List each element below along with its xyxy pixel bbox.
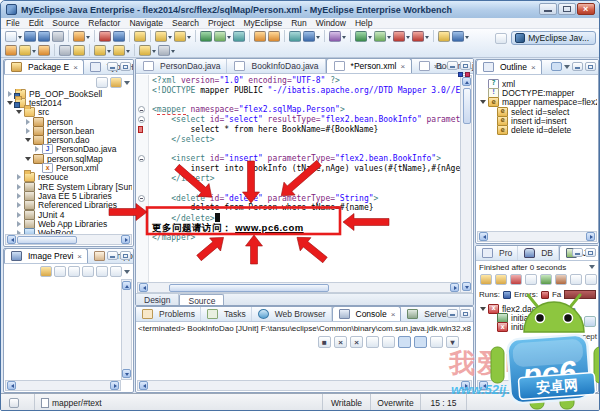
expand-arrow-icon[interactable] — [15, 173, 23, 181]
tree-item[interactable]: ?xml — [478, 79, 597, 88]
mail-send-icon[interactable] — [267, 31, 281, 42]
tree-item[interactable]: !DOCTYPE:mapper — [478, 88, 597, 97]
tab-source[interactable]: Source — [179, 294, 224, 306]
db-explorer-icon[interactable] — [302, 31, 321, 42]
mail-icon[interactable] — [253, 31, 267, 42]
horizontal-scrollbar[interactable] — [477, 380, 597, 391]
vertical-scrollbar[interactable] — [121, 279, 132, 380]
run-server-icon[interactable] — [98, 31, 112, 42]
tree-item[interactable]: person.sqlMap — [5, 154, 132, 163]
tab-db[interactable]: DB — [518, 246, 559, 260]
scroll-down-icon[interactable] — [122, 369, 131, 378]
expand-arrow-icon[interactable] — [33, 145, 41, 153]
zoom-out-icon[interactable] — [68, 266, 80, 277]
fold-marker-icon[interactable] — [138, 155, 145, 162]
javadoc-icon[interactable] — [154, 31, 173, 42]
close-icon[interactable]: × — [73, 63, 78, 72]
open-perspective-icon[interactable] — [495, 33, 507, 44]
forward-icon[interactable] — [157, 45, 176, 56]
display-console-icon[interactable] — [430, 336, 443, 348]
tree-item[interactable]: person — [5, 117, 132, 126]
save-icon[interactable] — [23, 31, 37, 42]
view-menu-icon[interactable] — [124, 270, 130, 277]
close-icon[interactable]: × — [400, 62, 405, 71]
failures-only-icon[interactable] — [510, 274, 522, 285]
minimize-icon[interactable] — [447, 309, 458, 318]
close-icon[interactable]: × — [391, 310, 396, 319]
annotation-icon[interactable] — [173, 31, 192, 42]
new-class-icon[interactable] — [199, 31, 213, 42]
note-icon[interactable] — [72, 45, 86, 56]
print-icon[interactable] — [51, 31, 65, 42]
new-interface-icon[interactable] — [213, 31, 232, 42]
horizontal-scrollbar[interactable] — [5, 234, 132, 245]
profile-icon[interactable] — [392, 31, 411, 42]
fold-marker-icon[interactable] — [138, 116, 145, 123]
maximize-icon[interactable] — [120, 62, 131, 71]
horizontal-scrollbar[interactable] — [137, 380, 472, 391]
previous-failure-icon[interactable] — [495, 274, 507, 285]
perspective-button[interactable]: MyEclipse Jav... — [511, 31, 596, 45]
close-icon[interactable]: × — [531, 63, 536, 72]
open-type-icon[interactable] — [4, 45, 18, 56]
collapse-arrow-icon[interactable] — [479, 305, 487, 313]
tree-item[interactable]: edelete id=delete — [478, 125, 597, 134]
previous-edit-icon[interactable] — [112, 45, 131, 56]
tab-problems[interactable]: Problems — [136, 307, 201, 321]
menu-search[interactable]: Search — [172, 18, 199, 28]
collapse-arrow-icon[interactable] — [15, 108, 23, 116]
tree-item[interactable]: Web App Libraries — [5, 219, 132, 228]
tab-outline[interactable]: Outline × — [476, 59, 542, 74]
collapse-arrow-icon[interactable] — [24, 136, 32, 144]
code-editor[interactable]: <?xml version="1.0" encoding="UTF-8" ?><… — [149, 75, 461, 282]
compare-result-icon[interactable] — [584, 316, 596, 327]
collapse-arrow-icon[interactable] — [479, 98, 487, 106]
open-console-icon[interactable]: ▾ — [446, 336, 459, 348]
remove-launch-icon[interactable]: × — [334, 336, 347, 348]
menu-run[interactable]: Run — [291, 18, 307, 28]
history-icon[interactable] — [585, 274, 597, 285]
close-icon[interactable]: × — [597, 249, 599, 258]
tree-item[interactable]: person.bean — [5, 126, 132, 135]
tab-design[interactable]: Design — [136, 294, 179, 306]
tree-item[interactable]: einsert id=insert — [478, 116, 597, 125]
expand-arrow-icon[interactable] — [15, 220, 23, 228]
menu-help[interactable]: Help — [355, 18, 372, 28]
browser-icon[interactable] — [451, 31, 470, 42]
fold-marker-icon[interactable] — [138, 106, 145, 113]
scroll-right-icon[interactable] — [121, 235, 130, 244]
expand-arrow-icon[interactable] — [15, 192, 23, 200]
scroll-right-icon[interactable] — [586, 381, 595, 390]
lock-icon[interactable] — [133, 31, 147, 42]
maximize-icon[interactable] — [460, 309, 471, 318]
minimize-icon[interactable] — [107, 251, 118, 260]
expand-arrow-icon[interactable] — [15, 183, 23, 191]
editor-vertical-scrollbar[interactable] — [460, 75, 472, 293]
link-with-editor-icon[interactable] — [110, 77, 122, 88]
scroll-up-icon[interactable] — [122, 281, 131, 290]
menu-refactor[interactable]: Refactor — [88, 18, 120, 28]
maximize-icon[interactable] — [585, 248, 596, 257]
expand-arrow-icon[interactable] — [24, 127, 32, 135]
menu-navigate[interactable]: Navigate — [129, 18, 163, 28]
tab-package-e[interactable]: Package E× — [4, 59, 84, 74]
tree-item[interactable]: JUnit 4 — [5, 210, 132, 219]
tab-web-browser[interactable]: Web Browser — [252, 307, 332, 321]
grid-icon[interactable] — [437, 31, 451, 42]
minimize-icon[interactable] — [107, 62, 118, 71]
menu-source[interactable]: Source — [52, 18, 79, 28]
zoom-in-icon[interactable] — [82, 266, 94, 277]
horizontal-scrollbar[interactable] — [477, 231, 597, 242]
tab-console[interactable]: Console× — [332, 306, 402, 321]
minimize-icon[interactable] — [572, 62, 583, 71]
expand-arrow-icon[interactable] — [15, 211, 23, 219]
tree-item[interactable]: Referenced Libraries — [5, 201, 132, 210]
tree-item[interactable]: JRE System Library [Sun JDK 1.6 — [5, 182, 132, 191]
tree-item[interactable]: eselect id=select — [478, 107, 597, 116]
scroll-left-icon[interactable] — [479, 381, 488, 390]
tree-item[interactable]: xinitial — [478, 323, 540, 332]
image-icon[interactable] — [328, 31, 347, 42]
minimize-icon[interactable] — [447, 61, 458, 70]
collapse-all-icon[interactable] — [96, 77, 108, 88]
stop-icon[interactable] — [570, 274, 582, 285]
